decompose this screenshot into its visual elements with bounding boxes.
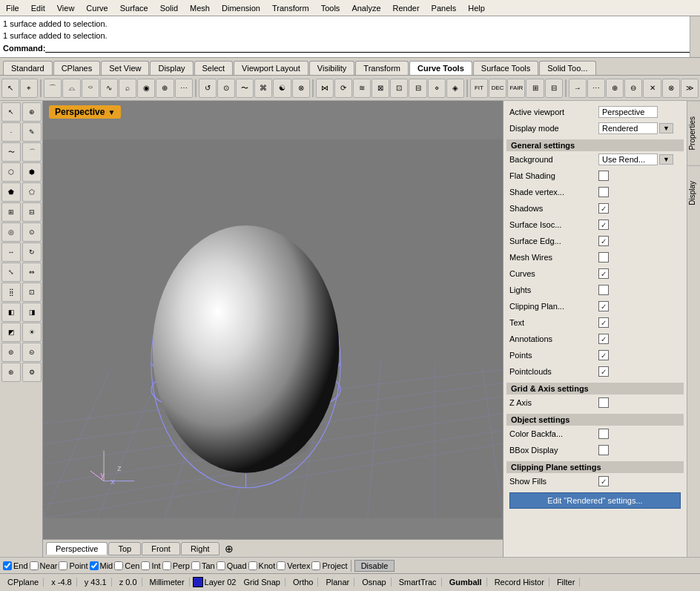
osnap-tan[interactable]: Tan bbox=[191, 561, 215, 570]
background-arrow[interactable]: ▼ bbox=[659, 154, 673, 165]
status-smarttrack[interactable]: SmartTrac bbox=[394, 578, 442, 587]
osnap-tan-checkbox[interactable] bbox=[191, 561, 200, 570]
status-planar[interactable]: Planar bbox=[321, 578, 354, 587]
panel-checkbox-2[interactable]: ✓ bbox=[598, 203, 609, 214]
tool-btn-21[interactable]: ⊡ bbox=[390, 79, 408, 98]
status-gumball[interactable]: Gumball bbox=[445, 578, 487, 587]
tool-btn-30[interactable]: → bbox=[569, 79, 587, 98]
bbox-display-checkbox[interactable] bbox=[598, 445, 609, 455]
osnap-end-checkbox[interactable] bbox=[3, 561, 12, 570]
tool-btn-11[interactable]: ↺ bbox=[199, 79, 217, 98]
menu-file[interactable]: File bbox=[0, 2, 25, 14]
layer-box[interactable]: Layer 02 bbox=[193, 577, 237, 587]
sidebar-layer-tool[interactable]: ◧ bbox=[1, 303, 21, 322]
tool-btn-1[interactable]: ↖ bbox=[1, 79, 19, 98]
panel-checkbox-12[interactable]: ✓ bbox=[598, 366, 609, 377]
tool-btn-17[interactable]: ⋈ bbox=[316, 79, 334, 98]
vtab-display[interactable]: Display bbox=[687, 165, 701, 220]
tool-btn-28[interactable]: ⊞ bbox=[526, 79, 544, 98]
sidebar-rotate-tool[interactable]: ↻ bbox=[22, 242, 42, 262]
tool-btn-22[interactable]: ⊟ bbox=[409, 79, 426, 98]
panel-checkbox-6[interactable]: ✓ bbox=[598, 268, 609, 279]
vp-tab-right[interactable]: Right bbox=[181, 542, 219, 555]
sidebar-analyze-tool[interactable]: ⊛ bbox=[1, 363, 21, 382]
tool-btn-19[interactable]: ≋ bbox=[353, 79, 371, 98]
menu-mesh[interactable]: Mesh bbox=[184, 2, 216, 14]
panel-checkbox-5[interactable] bbox=[598, 252, 609, 263]
sidebar-scale-tool[interactable]: ⤡ bbox=[1, 263, 21, 282]
osnap-vertex[interactable]: Vertex bbox=[277, 561, 310, 570]
tool-btn-13[interactable]: 〜 bbox=[236, 79, 254, 98]
tab-select[interactable]: Select bbox=[194, 61, 234, 75]
show-fills-checkbox[interactable]: ✓ bbox=[598, 476, 609, 486]
panel-checkbox-0[interactable] bbox=[598, 171, 609, 181]
osnap-perp[interactable]: Perp bbox=[162, 561, 190, 570]
sidebar-select2-tool[interactable]: ⊕ bbox=[22, 102, 42, 122]
osnap-end[interactable]: End bbox=[3, 561, 28, 570]
tool-btn-15[interactable]: ☯ bbox=[273, 79, 291, 98]
tool-btn-18[interactable]: ⟳ bbox=[334, 79, 352, 98]
z-axis-checkbox[interactable] bbox=[598, 397, 609, 408]
tool-btn-34[interactable]: ✕ bbox=[643, 79, 661, 98]
sidebar-transform-tool[interactable]: ↔ bbox=[1, 242, 21, 262]
display-mode-arrow[interactable]: ▼ bbox=[659, 123, 673, 133]
tool-btn-36[interactable]: ≫ bbox=[681, 79, 699, 98]
osnap-int-checkbox[interactable] bbox=[141, 561, 150, 570]
tool-btn-2[interactable]: ⌖ bbox=[20, 79, 38, 98]
tool-btn-26[interactable]: DEC bbox=[489, 79, 506, 98]
tool-btn-25[interactable]: FIT bbox=[470, 79, 488, 98]
tool-btn-14[interactable]: ⌘ bbox=[254, 79, 272, 98]
tool-btn-29[interactable]: ⊟ bbox=[545, 79, 563, 98]
osnap-mid-checkbox[interactable] bbox=[90, 561, 99, 570]
osnap-near-checkbox[interactable] bbox=[30, 561, 39, 570]
panel-checkbox-4[interactable]: ✓ bbox=[598, 236, 609, 246]
edit-rendered-button[interactable]: Edit "Rendered" settings... bbox=[509, 492, 681, 509]
osnap-project[interactable]: Project bbox=[311, 561, 347, 570]
tool-btn-4[interactable]: ⌓ bbox=[62, 79, 80, 98]
tool-btn-6[interactable]: ∿ bbox=[100, 79, 118, 98]
sidebar-camera-tool[interactable]: ⊜ bbox=[1, 343, 21, 362]
menu-view[interactable]: View bbox=[51, 2, 81, 14]
sidebar-mesh-tool[interactable]: ⊞ bbox=[1, 202, 21, 222]
viewport-label[interactable]: Perspective ▼ bbox=[49, 105, 121, 119]
right-panel-scroll[interactable]: Active viewport Perspective Display mode… bbox=[503, 101, 687, 557]
vp-tab-top[interactable]: Top bbox=[108, 542, 141, 555]
sidebar-draw-tool[interactable]: ✎ bbox=[22, 122, 42, 142]
tool-btn-9[interactable]: ⊕ bbox=[156, 79, 174, 98]
osnap-perp-checkbox[interactable] bbox=[162, 561, 171, 570]
panel-checkbox-11[interactable]: ✓ bbox=[598, 350, 609, 360]
tab-solid-tools[interactable]: Solid Too... bbox=[539, 61, 595, 75]
tool-btn-35[interactable]: ⊗ bbox=[662, 79, 680, 98]
panel-checkbox-7[interactable] bbox=[598, 285, 609, 295]
osnap-knot-checkbox[interactable] bbox=[248, 561, 257, 570]
vp-tab-front[interactable]: Front bbox=[142, 542, 180, 555]
command-input[interactable] bbox=[45, 43, 697, 53]
panel-checkbox-8[interactable]: ✓ bbox=[598, 301, 609, 311]
sidebar-render-tool[interactable]: ◩ bbox=[1, 323, 21, 342]
tool-btn-8[interactable]: ◉ bbox=[137, 79, 155, 98]
disable-button[interactable]: Disable bbox=[354, 560, 395, 572]
osnap-point[interactable]: Point bbox=[59, 561, 88, 570]
sidebar-curve-tool[interactable]: 〜 bbox=[1, 142, 21, 162]
menu-curve[interactable]: Curve bbox=[80, 2, 113, 14]
sidebar-dim2-tool[interactable]: ⊙ bbox=[22, 222, 42, 242]
tool-btn-3[interactable]: ⌒ bbox=[44, 79, 62, 98]
tab-viewport-layout[interactable]: Viewport Layout bbox=[234, 61, 308, 75]
menu-tools[interactable]: Tools bbox=[315, 2, 346, 14]
status-ortho[interactable]: Ortho bbox=[288, 578, 319, 587]
tool-btn-7[interactable]: ⌕ bbox=[119, 79, 136, 98]
menu-render[interactable]: Render bbox=[387, 2, 426, 14]
tool-btn-27[interactable]: FAIR bbox=[507, 79, 525, 98]
status-osnap[interactable]: Osnap bbox=[357, 578, 391, 587]
sidebar-solid-tool[interactable]: ⬟ bbox=[1, 182, 21, 202]
osnap-quad-checkbox[interactable] bbox=[217, 561, 225, 570]
sidebar-surface-tool[interactable]: ⬡ bbox=[1, 162, 21, 182]
osnap-near[interactable]: Near bbox=[30, 561, 58, 570]
sidebar-point-tool[interactable]: · bbox=[1, 122, 21, 142]
osnap-point-checkbox[interactable] bbox=[59, 561, 67, 570]
color-backfa-checkbox[interactable] bbox=[598, 429, 609, 439]
sidebar-curve2-tool[interactable]: ⌒ bbox=[22, 142, 42, 162]
tool-btn-23[interactable]: ⋄ bbox=[428, 79, 446, 98]
panel-checkbox-10[interactable]: ✓ bbox=[598, 334, 609, 344]
sidebar-solid2-tool[interactable]: ⬠ bbox=[22, 182, 42, 202]
